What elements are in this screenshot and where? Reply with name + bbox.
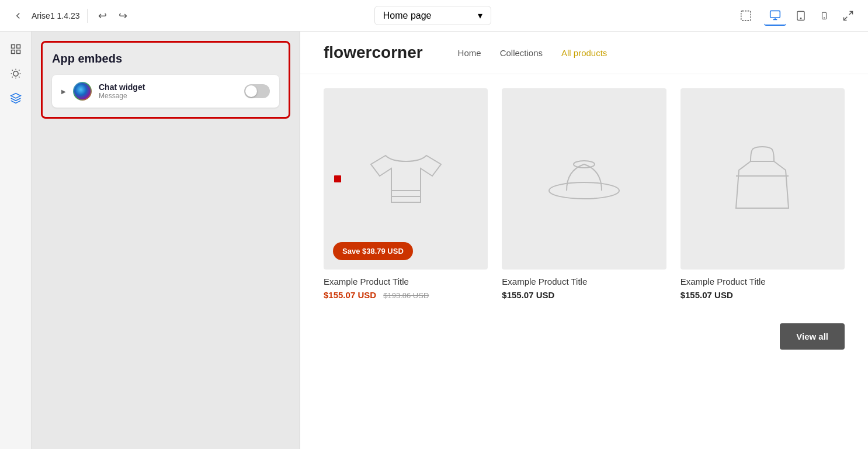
embed-item: ▶ Chat widget Message [52,75,279,108]
product-badge-1: Save $38.79 USD [333,242,413,260]
embed-subtitle: Message [99,92,237,100]
svg-point-25 [549,182,619,199]
embed-name: Chat widget [99,82,237,92]
svg-line-9 [844,16,848,20]
price-regular-2: $155.07 USD [502,290,554,300]
sidebar-layout-icon[interactable] [5,39,26,60]
product-title-1: Example Product Title [324,277,488,286]
panel-inner: App embeds ▶ Chat widget Message [41,41,290,119]
product-title-2: Example Product Title [502,277,666,286]
price-regular-3: $155.07 USD [680,290,733,300]
sidebar-theme-icon[interactable] [5,63,26,84]
view-all-button[interactable]: View all [780,323,845,350]
product-image-1: Save $38.79 USD [324,88,488,270]
svg-line-22 [19,70,19,71]
product-card[interactable]: Save $38.79 USD Example Product Title $1… [324,88,488,300]
toolbar-right [764,6,859,26]
svg-rect-0 [741,11,751,20]
chevron-down-icon: ▾ [478,10,482,21]
tablet-view-button[interactable] [791,6,811,26]
tshirt-icon [365,132,447,226]
toolbar-left: Arise1 1.4.23 ↩ ↪ [9,6,131,26]
selection-tool[interactable] [739,9,752,22]
product-image-2 [502,88,666,270]
store-header: flowercorner Home Collections All produc… [300,32,868,74]
products-grid: Save $38.79 USD Example Product Title $1… [324,88,845,300]
product-price-2: $155.07 USD [502,290,666,300]
product-price-3: $155.07 USD [680,290,845,300]
embed-app-icon [73,82,92,101]
embed-app-icon-inner [74,83,91,99]
products-section: Save $38.79 USD Example Product Title $1… [300,74,868,314]
desktop-view-button[interactable] [764,6,786,26]
toolbar-divider [87,9,88,23]
svg-point-14 [13,71,18,76]
svg-point-7 [824,17,824,18]
store-name: flowercorner [324,43,423,62]
product-card[interactable]: Example Product Title $155.07 USD [680,88,845,300]
price-sale-1: $155.07 USD [324,290,376,300]
hat-icon [543,132,625,226]
nav-home[interactable]: Home [458,48,481,58]
panel: App embeds ▶ Chat widget Message [32,32,300,449]
sidebar-apps-icon[interactable] [5,88,26,109]
red-marker [334,175,341,182]
svg-rect-12 [11,50,15,54]
svg-rect-11 [16,45,20,49]
svg-line-21 [12,77,12,77]
nav-collections[interactable]: Collections [500,48,543,58]
svg-line-8 [849,11,853,15]
mobile-view-button[interactable] [815,6,833,26]
svg-rect-10 [11,45,15,49]
bag-icon [721,132,803,226]
preview-content: flowercorner Home Collections All produc… [300,32,868,449]
undo-button[interactable]: ↩ [95,6,110,26]
preview-area: flowercorner Home Collections All produc… [300,32,868,449]
svg-rect-1 [770,11,780,18]
embed-text: Chat widget Message [99,82,237,100]
svg-line-17 [12,70,12,71]
embed-toggle[interactable] [244,84,270,98]
toolbar: Arise1 1.4.23 ↩ ↪ Home page ▾ [0,0,868,32]
sidebar-icons [0,32,32,449]
panel-title: App embeds [52,52,279,65]
back-button[interactable] [9,7,27,25]
price-original-1: $193.86 USD [383,291,429,300]
expand-arrow-icon: ▶ [61,88,66,95]
product-card[interactable]: Example Product Title $155.07 USD [502,88,666,300]
svg-rect-13 [16,50,20,54]
toolbar-center: Home page ▾ [138,6,728,25]
redo-button[interactable]: ↪ [115,6,131,26]
svg-line-18 [19,77,19,77]
product-image-3 [680,88,845,270]
page-selector-label: Home page [383,11,432,21]
store-nav: Home Collections All products [458,48,607,58]
page-selector[interactable]: Home page ▾ [374,6,491,25]
nav-all-products[interactable]: All products [561,48,607,58]
svg-point-5 [800,18,801,19]
main-layout: App embeds ▶ Chat widget Message flowerc… [0,32,868,449]
view-all-section: View all [300,314,868,364]
fullscreen-button[interactable] [838,6,859,25]
app-name: Arise1 1.4.23 [32,11,80,20]
product-title-3: Example Product Title [680,277,845,286]
product-price-1: $155.07 USD $193.86 USD [324,290,488,300]
